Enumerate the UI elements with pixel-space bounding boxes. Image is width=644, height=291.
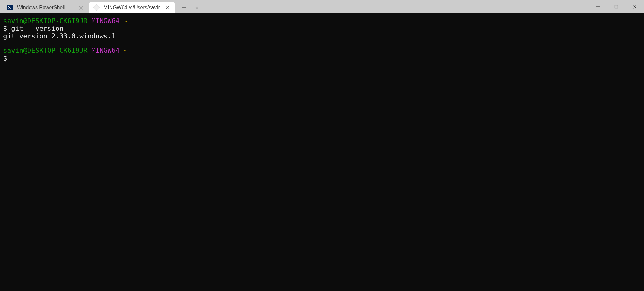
titlebar[interactable]: Windows PowerShell MINGW64:/c/Users/savi… (0, 0, 644, 13)
user-host: savin@DESKTOP-CK6I9JR (3, 47, 88, 54)
prompt-line: savin@DESKTOP-CK6I9JR MINGW64 ~ (3, 17, 641, 25)
prompt-symbol: $ (3, 25, 7, 32)
close-icon[interactable] (78, 5, 84, 10)
output-line: git version 2.33.0.windows.1 (3, 32, 641, 40)
cursor (12, 55, 12, 62)
maximize-button[interactable] (607, 0, 626, 13)
tab-mingw64[interactable]: MINGW64:/c/Users/savin (89, 2, 175, 13)
close-icon[interactable] (164, 5, 170, 10)
tab-dropdown-button[interactable] (191, 2, 203, 13)
svg-rect-0 (7, 5, 13, 10)
prompt-line: savin@DESKTOP-CK6I9JR MINGW64 ~ (3, 47, 641, 54)
env-label: MINGW64 (91, 17, 120, 25)
window-controls (589, 0, 644, 13)
tab-actions (175, 2, 206, 13)
command-line: $ (3, 55, 641, 62)
svg-rect-5 (615, 5, 618, 8)
path-label: ~ (124, 47, 128, 54)
prompt-symbol: $ (3, 55, 7, 62)
user-host: savin@DESKTOP-CK6I9JR (3, 17, 88, 25)
tab-title: MINGW64:/c/Users/savin (104, 5, 162, 10)
command-text: git --version (11, 25, 63, 32)
env-label: MINGW64 (91, 47, 120, 54)
new-tab-button[interactable] (178, 2, 191, 13)
app-window: Windows PowerShell MINGW64:/c/Users/savi… (0, 0, 644, 291)
path-label: ~ (124, 17, 128, 25)
git-icon (93, 4, 100, 11)
powershell-icon (7, 4, 13, 11)
tab-powershell[interactable]: Windows PowerShell (3, 2, 88, 13)
terminal-content[interactable]: savin@DESKTOP-CK6I9JR MINGW64 ~$ git --v… (0, 13, 644, 291)
blank-line (3, 40, 641, 47)
command-line: $ git --version (3, 25, 641, 32)
svg-rect-3 (93, 4, 100, 11)
tab-title: Windows PowerShell (17, 5, 76, 10)
tabs-area: Windows PowerShell MINGW64:/c/Users/savi… (0, 0, 206, 13)
minimize-button[interactable] (589, 0, 607, 13)
close-button[interactable] (626, 0, 644, 13)
